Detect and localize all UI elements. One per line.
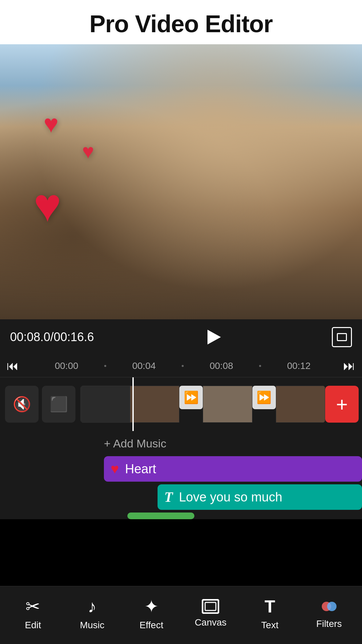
ruler-mark-2: 00:08: [184, 361, 259, 371]
bottom-nav: ✂ Edit ♪ Music ✦ Effect Canvas T Text Fi…: [0, 586, 362, 644]
nav-edit[interactable]: ✂ Edit: [3, 596, 63, 631]
effect-icon: ✦: [144, 596, 159, 616]
ruler-mark-1: 00:04: [106, 361, 182, 371]
ruler-mark-3: 00:12: [261, 361, 337, 371]
heart-effect-track[interactable]: ♥ Heart: [104, 456, 362, 482]
transition-2[interactable]: ⏩: [252, 386, 276, 409]
filters-icon: [320, 598, 338, 615]
timeline-ruler: ⏮ 00:00 00:04 00:08 00:12 ⏭: [0, 355, 362, 377]
text-effect-track[interactable]: T Love you so much: [158, 484, 362, 510]
clip-edit-button[interactable]: ⬛: [42, 386, 75, 423]
add-music-text[interactable]: + Add Music: [104, 437, 166, 450]
video-thumb-2[interactable]: [130, 386, 180, 423]
nav-music[interactable]: ♪ Music: [63, 596, 122, 631]
text-track-label: Love you so much: [179, 490, 282, 504]
music-label: Music: [80, 620, 104, 631]
filters-label: Filters: [316, 619, 342, 629]
text-icon: T: [264, 596, 275, 616]
nav-canvas[interactable]: Canvas: [181, 599, 240, 628]
app-header: Pro Video Editor: [0, 0, 362, 44]
heart-overlay-large: ♥: [34, 182, 61, 229]
video-thumb-3[interactable]: [203, 386, 252, 423]
text-track-icon: T: [164, 489, 173, 505]
video-thumb-4[interactable]: [276, 386, 325, 423]
heart-overlay-small-2: ♥: [82, 142, 94, 162]
video-preview: ♥ ♥ ♥: [0, 44, 362, 319]
mute-icon: 🔇: [13, 395, 31, 413]
ruler-mark-0: 00:00: [29, 361, 104, 371]
track-controls: 🔇 ⬛: [0, 386, 80, 423]
nav-filters[interactable]: Filters: [299, 598, 359, 629]
music-icon: ♪: [88, 596, 97, 616]
heart-overlay-small-1: ♥: [44, 111, 59, 137]
effect-label: Effect: [139, 620, 163, 631]
svg-point-3: [327, 602, 337, 611]
ruler-marks: 00:00 00:04 00:08 00:12: [25, 361, 337, 371]
clip-icon: ⬛: [50, 395, 68, 413]
add-clip-button[interactable]: +: [325, 386, 359, 423]
track-area: 🔇 ⬛ ⏩ ⏩ +: [0, 377, 362, 431]
fullscreen-icon: [337, 333, 347, 341]
edit-icon: ✂: [25, 596, 40, 616]
fullscreen-button[interactable]: [332, 327, 352, 347]
canvas-icon: [202, 599, 219, 614]
nav-text[interactable]: T Text: [240, 596, 300, 631]
play-icon: [207, 330, 221, 344]
video-strip[interactable]: ⏩ ⏩: [80, 386, 325, 423]
add-music-row[interactable]: + Add Music: [0, 431, 362, 456]
play-button[interactable]: [201, 325, 225, 349]
nav-effect[interactable]: ✦ Effect: [122, 596, 181, 631]
timeline-section: ⏮ 00:00 00:04 00:08 00:12 ⏭ 🔇 ⬛ ⏩: [0, 355, 362, 519]
controls-bar: 00:08.0/00:16.6: [0, 319, 362, 355]
mute-button[interactable]: 🔇: [5, 386, 39, 423]
app-title: Pro Video Editor: [7, 10, 355, 38]
edit-label: Edit: [25, 620, 41, 631]
skip-end-button[interactable]: ⏭: [337, 359, 362, 373]
skip-start-button[interactable]: ⏮: [0, 359, 25, 373]
canvas-label: Canvas: [195, 617, 227, 628]
green-track[interactable]: [127, 513, 194, 519]
heart-track-icon: ♥: [111, 461, 119, 477]
transition-1[interactable]: ⏩: [179, 386, 203, 409]
time-display: 00:08.0/00:16.6: [10, 330, 94, 344]
bottom-spacer: [0, 519, 362, 580]
video-thumb-1[interactable]: [80, 386, 130, 423]
svg-rect-1: [205, 602, 216, 610]
playhead: [132, 377, 134, 431]
text-label: Text: [261, 620, 278, 631]
heart-track-label: Heart: [125, 462, 156, 476]
